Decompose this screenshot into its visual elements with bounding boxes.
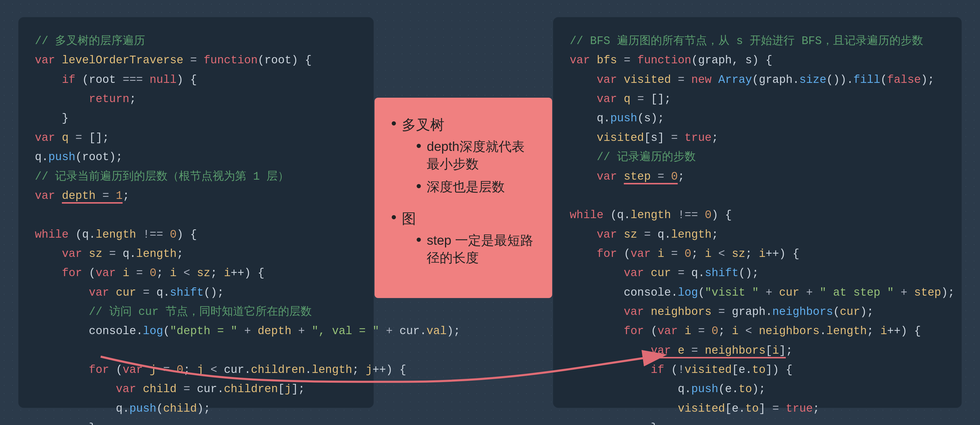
sub-item-2-1: step 一定是最短路径的长度: [416, 232, 536, 266]
sub-list-2: step 一定是最短路径的长度: [416, 232, 536, 266]
middle-list: 多叉树 depth深度就代表最小步数 深度也是层数 图 step 一定是最短路径…: [391, 116, 536, 280]
left-comment1: // 多叉树的层序遍历: [35, 35, 145, 48]
middle-info-panel: 多叉树 depth深度就代表最小步数 深度也是层数 图 step 一定是最短路径…: [374, 98, 552, 298]
middle-item-2: 图 step 一定是最短路径的长度: [391, 209, 536, 272]
right-code: // BFS 遍历图的所有节点，从 s 开始进行 BFS，且记录遍历的步数 va…: [570, 32, 945, 425]
left-code: // 多叉树的层序遍历 var levelOrderTraverse = fun…: [35, 32, 357, 425]
left-code-panel: // 多叉树的层序遍历 var levelOrderTraverse = fun…: [18, 17, 374, 408]
sub-list-1: depth深度就代表最小步数 深度也是层数: [416, 138, 536, 196]
middle-item-1: 多叉树 depth深度就代表最小步数 深度也是层数: [391, 116, 536, 201]
right-code-panel: // BFS 遍历图的所有节点，从 s 开始进行 BFS，且记录遍历的步数 va…: [553, 17, 962, 408]
sub-item-1-2: 深度也是层数: [416, 178, 536, 196]
middle-item-1-label: 多叉树: [402, 117, 444, 133]
sub-item-1-1: depth深度就代表最小步数: [416, 138, 536, 173]
middle-item-2-label: 图: [402, 211, 416, 227]
